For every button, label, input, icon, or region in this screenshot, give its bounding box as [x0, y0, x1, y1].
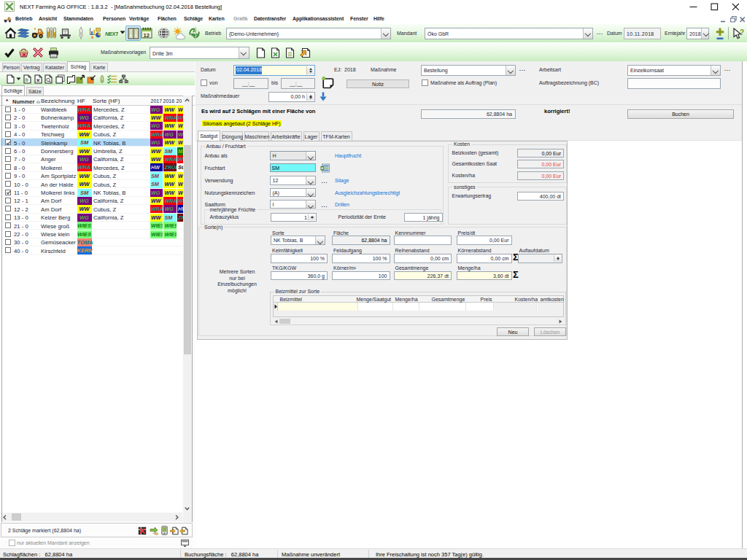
svg-text:b: b — [26, 77, 28, 82]
svg-text:?: ? — [740, 28, 744, 36]
svg-text:NEXT: NEXT — [105, 31, 118, 37]
svg-text:12: 12 — [144, 32, 150, 39]
